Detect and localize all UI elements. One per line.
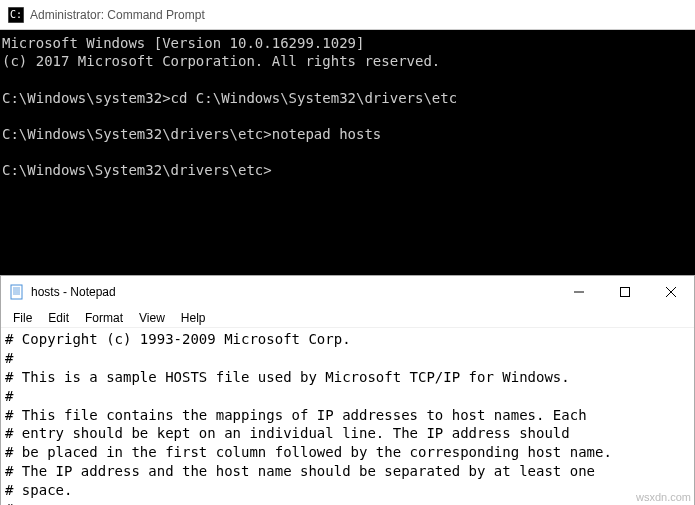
command-prompt-content[interactable]: Microsoft Windows [Version 10.0.16299.10… [0,30,695,184]
text-line: # entry should be kept on an individual … [5,425,570,441]
svg-text:C:: C: [10,9,22,20]
cmd-line: C:\Windows\system32>cd C:\Windows\System… [2,90,457,106]
command-prompt-window: C: Administrator: Command Prompt Microso… [0,0,695,184]
text-line: # be placed in the first column followed… [5,444,612,460]
menu-edit[interactable]: Edit [40,309,77,327]
svg-rect-8 [621,288,630,297]
cmd-line: C:\Windows\System32\drivers\etc>notepad … [2,126,381,142]
minimize-button[interactable] [556,276,602,308]
cmd-line: (c) 2017 Microsoft Corporation. All righ… [2,53,440,69]
notepad-icon [9,284,25,300]
menu-view[interactable]: View [131,309,173,327]
notepad-menubar: File Edit Format View Help [1,308,694,328]
close-button[interactable] [648,276,694,308]
notepad-titlebar[interactable]: hosts - Notepad [1,276,694,308]
menu-file[interactable]: File [5,309,40,327]
window-controls [556,276,694,308]
menu-format[interactable]: Format [77,309,131,327]
command-prompt-title: Administrator: Command Prompt [30,8,205,22]
menu-help[interactable]: Help [173,309,214,327]
text-line: # [5,350,13,366]
text-line: # Copyright (c) 1993-2009 Microsoft Corp… [5,331,351,347]
notepad-title: hosts - Notepad [31,285,116,299]
command-prompt-titlebar[interactable]: C: Administrator: Command Prompt [0,0,695,30]
notepad-title-area: hosts - Notepad [9,284,116,300]
notepad-content[interactable]: # Copyright (c) 1993-2009 Microsoft Corp… [1,328,694,505]
watermark: wsxdn.com [636,491,691,503]
text-line: # The IP address and the host name shoul… [5,463,595,479]
text-line: # space. [5,482,72,498]
command-prompt-icon: C: [8,7,24,23]
cmd-line: Microsoft Windows [Version 10.0.16299.10… [2,35,364,51]
cmd-line: C:\Windows\System32\drivers\etc> [2,162,272,178]
text-line: # [5,388,13,404]
maximize-button[interactable] [602,276,648,308]
notepad-window: hosts - Notepad File Edit Format View He… [0,275,695,505]
text-line: # This file contains the mappings of IP … [5,407,587,423]
text-line: # [5,501,13,505]
text-line: # This is a sample HOSTS file used by Mi… [5,369,570,385]
